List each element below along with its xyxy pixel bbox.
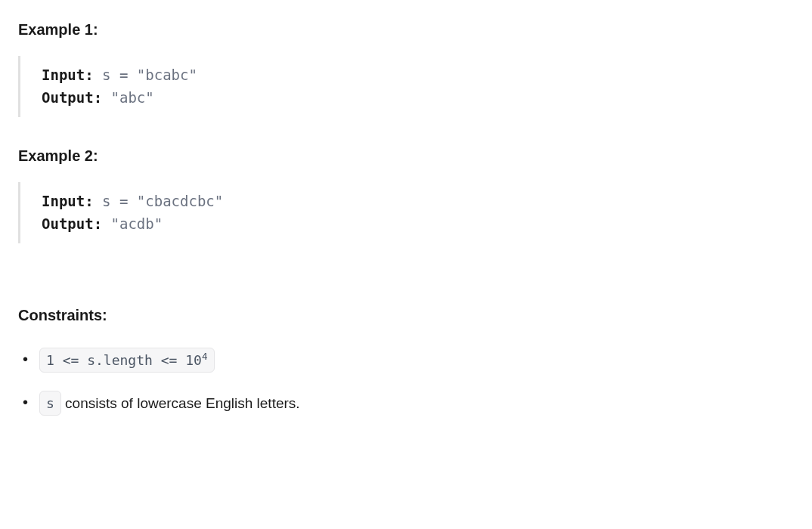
input-label: Input: [42,193,102,209]
example-2-section: Example 2: Input: s = "cbacdcbc" Output:… [18,144,794,243]
constraint-code-prefix: s [46,395,54,411]
output-value: "acdb" [111,215,163,232]
input-value: s = "cbacdcbc" [102,193,223,209]
example-1-heading: Example 1: [18,18,794,41]
constraints-section: Constraints: 1 <= s.length <= 104 s cons… [18,304,794,416]
output-value: "abc" [111,89,154,106]
constraint-code: s [39,391,61,416]
example-2-code-block: Input: s = "cbacdcbc" Output: "acdb" [18,182,794,243]
input-value: s = "bcabc" [102,67,197,83]
constraint-code-sup: 4 [202,351,208,362]
output-label: Output: [42,89,111,106]
example-1-code-block: Input: s = "bcabc" Output: "abc" [18,56,794,117]
example-2-heading: Example 2: [18,144,794,167]
example-1-output-line: Output: "abc" [42,86,794,109]
constraint-text: consists of lowercase English letters. [61,395,300,411]
constraints-heading: Constraints: [18,304,794,326]
constraint-code-prefix: 1 <= s.length <= 10 [46,352,202,368]
constraint-code: 1 <= s.length <= 104 [39,348,215,373]
example-2-output-line: Output: "acdb" [42,212,794,235]
constraints-list: 1 <= s.length <= 104 s consists of lower… [18,348,794,416]
example-1-section: Example 1: Input: s = "bcabc" Output: "a… [18,18,794,117]
constraint-item-2: s consists of lowercase English letters. [18,391,794,416]
example-2-input-line: Input: s = "cbacdcbc" [42,190,794,212]
example-1-input-line: Input: s = "bcabc" [42,63,794,86]
input-label: Input: [42,67,102,83]
output-label: Output: [42,215,111,232]
constraint-item-1: 1 <= s.length <= 104 [18,348,794,373]
